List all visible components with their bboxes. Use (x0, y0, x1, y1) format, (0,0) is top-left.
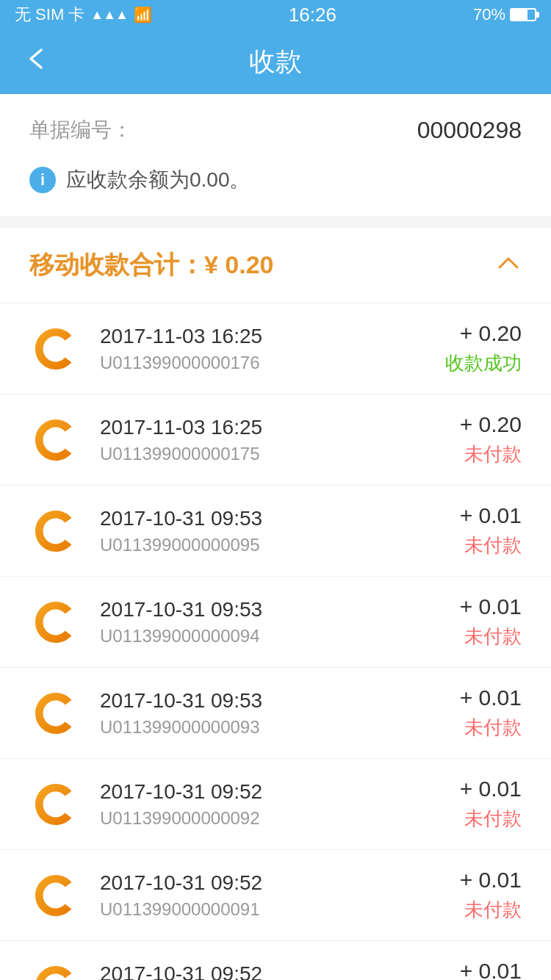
list-item[interactable]: 2017-10-31 09:53 U011399000000094 + 0.01… (0, 577, 551, 668)
status-time: 16:26 (289, 4, 336, 26)
doc-label: 单据编号： (29, 116, 132, 144)
item-id-0: U011399000000176 (100, 353, 445, 373)
item-date-4: 2017-10-31 09:53 (100, 689, 460, 713)
list-item[interactable]: 2017-11-03 16:25 U011399000000175 + 0.20… (0, 394, 551, 486)
item-date-6: 2017-10-31 09:52 (100, 871, 460, 895)
item-logo-1 (29, 414, 82, 466)
status-right: 70% (473, 5, 536, 24)
item-date-1: 2017-11-03 16:25 (100, 416, 460, 439)
item-id-3: U011399000000094 (100, 626, 460, 646)
battery-fill (511, 10, 527, 20)
item-right-7: + 0.01 未付款 (460, 959, 522, 980)
item-right-5: + 0.01 未付款 (460, 777, 522, 832)
item-amount-4: + 0.01 (460, 685, 522, 710)
item-right-4: + 0.01 未付款 (460, 685, 522, 741)
status-bar: 无 SIM 卡 ▲▲▲ 📶 16:26 70% (0, 0, 551, 29)
back-button[interactable] (22, 44, 51, 80)
signal-icon: ▲▲▲ (90, 7, 127, 23)
list-item[interactable]: 2017-10-31 09:52 U011399000000092 + 0.01… (0, 759, 551, 850)
item-logo-3 (29, 596, 82, 649)
item-logo-5 (29, 778, 82, 831)
item-id-1: U011399000000175 (100, 444, 460, 464)
item-amount-3: + 0.01 (460, 594, 522, 619)
list-item[interactable]: 2017-11-03 16:25 U011399000000176 + 0.20… (0, 303, 551, 394)
item-date-0: 2017-11-03 16:25 (100, 325, 445, 348)
item-amount-7: + 0.01 (460, 959, 522, 980)
list-item[interactable]: 2017-10-31 09:52 U011399000000091 + 0.01… (0, 850, 551, 941)
item-info-6: 2017-10-31 09:52 U011399000000091 (100, 871, 460, 920)
item-date-2: 2017-10-31 09:53 (100, 507, 460, 530)
info-icon: i (29, 167, 56, 193)
item-amount-5: + 0.01 (460, 777, 522, 801)
item-id-6: U011399000000091 (100, 899, 460, 920)
summary-title: 移动收款合计：¥ 0.20 (29, 248, 274, 282)
summary-row[interactable]: 移动收款合计：¥ 0.20 (0, 228, 551, 303)
carrier-label: 无 SIM 卡 (15, 4, 84, 26)
info-message: 应收款余额为0.00。 (66, 166, 251, 194)
wifi-icon: 📶 (134, 6, 152, 24)
item-logo-6 (29, 869, 82, 922)
list-item[interactable]: 2017-10-31 09:53 U011399000000095 + 0.01… (0, 486, 551, 577)
list-item[interactable]: 2017-10-31 09:53 U011399000000093 + 0.01… (0, 668, 551, 759)
status-left: 无 SIM 卡 ▲▲▲ 📶 (15, 4, 152, 26)
battery-icon (510, 8, 536, 21)
item-right-1: + 0.20 未付款 (460, 412, 522, 467)
item-status-0: 收款成功 (445, 350, 522, 376)
item-info-2: 2017-10-31 09:53 U011399000000095 (100, 507, 460, 555)
transaction-list: 2017-11-03 16:25 U011399000000176 + 0.20… (0, 303, 551, 980)
item-right-0: + 0.20 收款成功 (445, 321, 522, 376)
item-info-1: 2017-11-03 16:25 U011399000000175 (100, 416, 460, 464)
page-title: 收款 (249, 44, 302, 80)
item-date-5: 2017-10-31 09:52 (100, 780, 460, 804)
item-logo-7 (29, 960, 82, 981)
item-right-6: + 0.01 未付款 (460, 868, 522, 923)
item-amount-1: + 0.20 (460, 412, 522, 437)
item-status-2: 未付款 (460, 533, 522, 558)
item-logo-2 (29, 505, 82, 558)
item-amount-0: + 0.20 (445, 321, 522, 346)
item-amount-2: + 0.01 (460, 503, 522, 528)
item-info-0: 2017-11-03 16:25 U011399000000176 (100, 325, 445, 373)
item-logo-0 (29, 323, 82, 375)
item-status-6: 未付款 (460, 897, 522, 923)
item-status-1: 未付款 (460, 442, 522, 467)
list-item[interactable]: 2017-10-31 09:52 U011399000000090 + 0.01… (0, 941, 551, 980)
item-info-7: 2017-10-31 09:52 U011399000000090 (100, 962, 460, 981)
info-row: i 应收款余额为0.00。 (0, 159, 551, 216)
item-logo-4 (29, 687, 82, 740)
item-right-2: + 0.01 未付款 (460, 503, 522, 558)
item-date-7: 2017-10-31 09:52 (100, 962, 460, 981)
item-info-3: 2017-10-31 09:53 U011399000000094 (100, 598, 460, 646)
item-id-2: U011399000000095 (100, 535, 460, 555)
battery-label: 70% (473, 5, 505, 24)
doc-number-row: 单据编号： 00000298 (0, 94, 551, 159)
section-divider (0, 216, 551, 228)
item-status-4: 未付款 (460, 715, 522, 741)
item-amount-6: + 0.01 (460, 868, 522, 893)
item-id-5: U011399000000092 (100, 808, 460, 829)
item-info-5: 2017-10-31 09:52 U011399000000092 (100, 780, 460, 829)
item-right-3: + 0.01 未付款 (460, 594, 522, 649)
item-status-3: 未付款 (460, 624, 522, 649)
item-info-4: 2017-10-31 09:53 U011399000000093 (100, 689, 460, 738)
doc-value: 00000298 (417, 117, 522, 144)
item-status-5: 未付款 (460, 806, 522, 832)
chevron-up-icon (495, 250, 522, 281)
main-content: 单据编号： 00000298 i 应收款余额为0.00。 移动收款合计：¥ 0.… (0, 94, 551, 980)
item-id-4: U011399000000093 (100, 717, 460, 738)
item-date-3: 2017-10-31 09:53 (100, 598, 460, 621)
nav-bar: 收款 (0, 29, 551, 94)
